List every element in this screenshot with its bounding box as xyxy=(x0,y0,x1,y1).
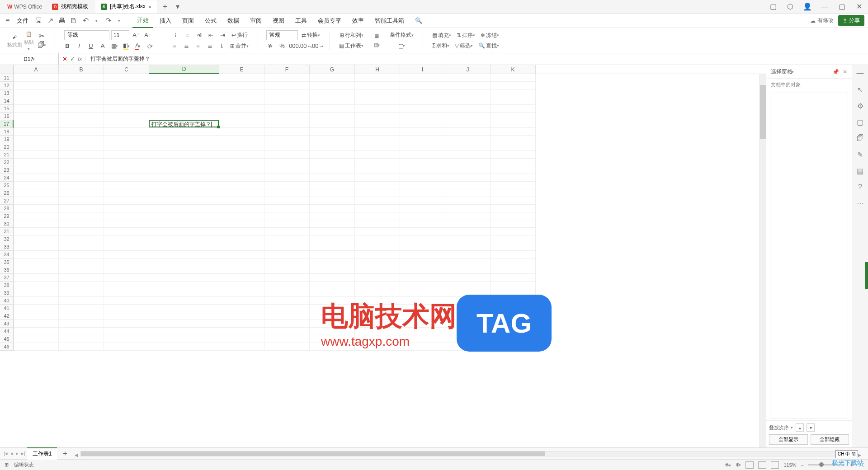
cell[interactable] xyxy=(264,297,310,305)
cond-format-button[interactable]: 条件格式▾ xyxy=(388,30,415,40)
row-header-32[interactable]: 32 xyxy=(0,235,14,243)
cell[interactable] xyxy=(355,205,400,212)
cell[interactable] xyxy=(149,320,219,328)
cell[interactable] xyxy=(59,282,104,289)
focus-icon[interactable]: ⊕▾ xyxy=(736,462,741,468)
cell[interactable] xyxy=(14,182,59,189)
col-header-J[interactable]: J xyxy=(445,65,491,74)
cell[interactable] xyxy=(264,274,310,282)
cube-icon[interactable]: ⬡ xyxy=(785,1,796,12)
spreadsheet-grid[interactable]: ABCDEFGHIJK 1112131415161718192021222324… xyxy=(0,65,766,447)
cell[interactable] xyxy=(310,343,355,351)
cell[interactable] xyxy=(59,105,104,113)
cell[interactable] xyxy=(219,74,264,82)
italic-button[interactable]: I xyxy=(74,41,84,51)
cell[interactable] xyxy=(264,74,310,82)
highlight-button[interactable]: ◇▾ xyxy=(145,41,155,51)
cell[interactable] xyxy=(59,128,104,136)
cell[interactable] xyxy=(491,282,536,289)
cell[interactable] xyxy=(14,335,59,343)
cell[interactable] xyxy=(355,82,400,89)
col-header-B[interactable]: B xyxy=(59,65,104,74)
cell[interactable] xyxy=(310,128,355,136)
cell[interactable] xyxy=(264,328,310,335)
cell[interactable] xyxy=(59,89,104,97)
cell[interactable] xyxy=(59,258,104,266)
cell[interactable] xyxy=(445,274,491,282)
cell[interactable] xyxy=(264,289,310,297)
cell[interactable] xyxy=(445,243,491,251)
cell[interactable] xyxy=(264,89,310,97)
cell[interactable] xyxy=(310,159,355,166)
cell[interactable] xyxy=(219,174,264,182)
col-header-K[interactable]: K xyxy=(491,65,536,74)
tablet-mode-icon[interactable]: ▢ xyxy=(768,1,778,12)
cell[interactable] xyxy=(219,105,264,113)
cell[interactable] xyxy=(310,282,355,289)
clear-button[interactable]: ▢▾ xyxy=(397,41,407,51)
cell[interactable] xyxy=(264,320,310,328)
cell[interactable] xyxy=(355,258,400,266)
show-all-button[interactable]: 全部显示 xyxy=(769,434,808,445)
cell[interactable] xyxy=(264,228,310,235)
cell[interactable] xyxy=(445,266,491,274)
qat-dropdown[interactable]: ▾ xyxy=(114,16,123,25)
cell[interactable] xyxy=(219,159,264,166)
cell[interactable] xyxy=(355,74,400,82)
tab-view[interactable]: 视图 xyxy=(268,14,289,28)
filter-button[interactable]: ▽筛选▾ xyxy=(453,41,475,51)
cell[interactable] xyxy=(400,289,445,297)
decimal-inc-icon[interactable]: .00← xyxy=(301,41,311,51)
cell[interactable] xyxy=(264,305,310,312)
cell[interactable] xyxy=(14,212,59,220)
cell[interactable] xyxy=(310,251,355,258)
cell[interactable] xyxy=(14,297,59,305)
cell[interactable] xyxy=(59,220,104,228)
cell[interactable] xyxy=(14,120,59,128)
cell[interactable] xyxy=(219,235,264,243)
align-bottom-icon[interactable]: ⫷ xyxy=(194,30,204,40)
cell[interactable] xyxy=(491,143,536,151)
decimal-dec-icon[interactable]: .00→ xyxy=(312,41,322,51)
rowcol-button[interactable]: ⊞行和列▾ xyxy=(338,31,365,40)
row-header-46[interactable]: 46 xyxy=(0,343,14,351)
cell[interactable] xyxy=(400,89,445,97)
cell[interactable] xyxy=(445,312,491,320)
cell[interactable] xyxy=(14,97,59,105)
cell[interactable] xyxy=(310,212,355,220)
cell[interactable] xyxy=(400,113,445,120)
cell[interactable] xyxy=(14,266,59,274)
cell[interactable] xyxy=(149,143,219,151)
cell[interactable] xyxy=(355,274,400,282)
cell[interactable] xyxy=(491,120,536,128)
cell[interactable] xyxy=(14,82,59,89)
comma-icon[interactable]: 000 xyxy=(289,41,299,51)
cell[interactable] xyxy=(149,182,219,189)
cell[interactable] xyxy=(104,151,149,159)
cell[interactable] xyxy=(310,274,355,282)
cell[interactable] xyxy=(310,82,355,89)
number-format-select[interactable] xyxy=(266,30,298,40)
cell[interactable] xyxy=(59,328,104,335)
cell[interactable] xyxy=(104,197,149,205)
cell[interactable] xyxy=(445,305,491,312)
cell[interactable] xyxy=(104,297,149,305)
cell[interactable] xyxy=(59,312,104,320)
cell[interactable] xyxy=(445,74,491,82)
cancel-icon[interactable]: ✕ xyxy=(62,56,67,62)
cell[interactable] xyxy=(104,258,149,266)
cell[interactable] xyxy=(149,243,219,251)
minimize-button[interactable]: — xyxy=(819,1,830,12)
cell[interactable] xyxy=(400,274,445,282)
cell[interactable] xyxy=(355,136,400,143)
hamburger-icon[interactable]: ≡ xyxy=(4,17,11,25)
cell[interactable] xyxy=(264,205,310,212)
indent-decrease-icon[interactable]: ⇤ xyxy=(206,30,216,40)
cell[interactable] xyxy=(219,343,264,351)
tab-templates[interactable]: D 找稻壳模板 xyxy=(47,0,94,13)
cell[interactable] xyxy=(219,274,264,282)
cell[interactable] xyxy=(219,212,264,220)
cell[interactable] xyxy=(14,305,59,312)
cell[interactable] xyxy=(355,159,400,166)
cell[interactable] xyxy=(264,235,310,243)
